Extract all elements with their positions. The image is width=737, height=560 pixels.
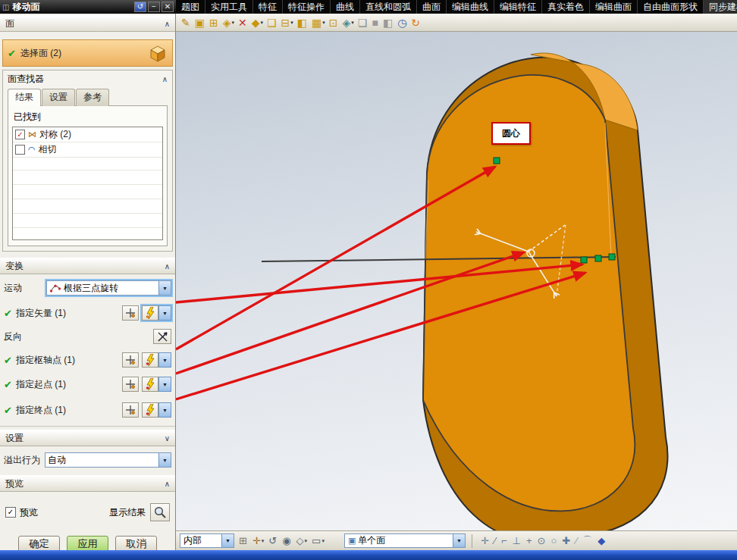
menu-item[interactable]: 特征操作 bbox=[283, 0, 331, 14]
toolbar-icon[interactable]: ❏ bbox=[265, 15, 279, 30]
snap-point-icon[interactable]: ◆ bbox=[595, 535, 608, 546]
dialog-titlebar[interactable]: ◫ 移动面 ↺ − ✕ bbox=[0, 0, 176, 14]
dropdown-caret-icon[interactable]: ▼ bbox=[221, 534, 234, 547]
specify-end-row: ✔ 指定终点 (1) ▼ bbox=[0, 400, 175, 420]
section-header-settings[interactable]: 设置 ∨ bbox=[0, 430, 175, 446]
vector-constructor-button[interactable] bbox=[122, 305, 139, 321]
inferred-pivot-button[interactable] bbox=[142, 352, 158, 368]
collapse-icon[interactable]: ∨ bbox=[165, 434, 170, 443]
viewport-3d[interactable]: 圆心 bbox=[176, 32, 737, 550]
dropdown-caret-icon[interactable]: ▼ bbox=[158, 453, 171, 467]
selection-option-icon[interactable]: ↺ bbox=[266, 535, 280, 546]
selection-option-icon[interactable]: ⊞ bbox=[237, 535, 250, 546]
snap-point-icon[interactable]: ⌐ bbox=[499, 535, 510, 546]
end-point-constructor-button[interactable] bbox=[122, 402, 139, 418]
menu-item[interactable]: 编辑特征 bbox=[494, 0, 542, 14]
section-header-face-finder[interactable]: 面查找器 ∧ bbox=[3, 70, 172, 86]
toolbar-icon[interactable]: ◆ ▾ bbox=[250, 15, 265, 30]
snap-point-icon[interactable]: + bbox=[524, 535, 535, 546]
inferred-vector-button[interactable] bbox=[142, 305, 158, 321]
select-face-label: 选择面 (2) bbox=[20, 47, 61, 60]
snap-point-icon[interactable]: ⌒ bbox=[580, 534, 595, 548]
select-face-row[interactable]: ✔ 选择面 (2) bbox=[2, 39, 173, 67]
dropdown-caret-icon[interactable]: ▼ bbox=[453, 534, 465, 547]
result-checkbox[interactable]: ✓ bbox=[15, 130, 25, 139]
menu-item[interactable]: 编辑曲线 bbox=[447, 0, 494, 14]
dropdown-caret-icon[interactable]: ▼ bbox=[158, 281, 171, 295]
section-title: 预览 bbox=[5, 477, 24, 490]
finder-results-list[interactable]: ✓ ⋈ 对称 (2) ◠ 相切 bbox=[12, 127, 163, 240]
snap-point-icon[interactable]: ∕ bbox=[492, 535, 499, 546]
collapse-icon[interactable]: ∧ bbox=[165, 480, 170, 488]
selection-option-icon[interactable]: ▭ ▾ bbox=[309, 535, 327, 546]
motion-dropdown[interactable]: 根据三点旋转 ▼ bbox=[46, 280, 171, 296]
model-canvas[interactable] bbox=[176, 32, 737, 550]
collapse-icon[interactable]: ∧ bbox=[165, 20, 170, 28]
menu-item[interactable]: 编辑曲面 bbox=[590, 0, 638, 14]
toolbar-icon[interactable]: ❏ bbox=[356, 15, 370, 30]
snap-point-icon[interactable]: ✚ bbox=[560, 535, 573, 546]
dialog-minimize-button[interactable]: − bbox=[148, 2, 160, 12]
finder-tab[interactable]: 设置 bbox=[42, 89, 75, 106]
menu-item[interactable]: 直线和圆弧 bbox=[360, 0, 417, 14]
menu-item[interactable]: 实用工具 bbox=[205, 0, 253, 14]
selection-filter-dropdown[interactable]: ▣ 单个面 ▼ bbox=[344, 533, 466, 548]
toolbar-icon[interactable]: ■ bbox=[370, 15, 380, 30]
toolbar-icon[interactable]: ◈ ▾ bbox=[341, 15, 356, 30]
menu-item[interactable]: 真实着色 bbox=[542, 0, 590, 14]
section-header-face[interactable]: 面 ∧ bbox=[0, 15, 175, 32]
reverse-direction-button[interactable] bbox=[153, 329, 171, 344]
toolbar-icon[interactable]: ⊟ ▾ bbox=[280, 15, 295, 30]
toolbar-icon[interactable]: ⊡ bbox=[328, 15, 340, 30]
dialog-reset-button[interactable]: ↺ bbox=[134, 2, 146, 12]
dropdown-caret-icon[interactable]: ▼ bbox=[158, 352, 171, 368]
finder-tab[interactable]: 参考 bbox=[76, 89, 109, 106]
selection-option-icon[interactable]: ◇ ▾ bbox=[294, 535, 310, 546]
snap-point-icon[interactable]: ⊥ bbox=[510, 535, 524, 546]
toolbar-icon[interactable]: ↻ bbox=[409, 15, 422, 30]
toolbar-icon[interactable]: ◧ bbox=[296, 15, 309, 30]
finder-result-row[interactable]: ✓ ⋈ 对称 (2) bbox=[13, 127, 162, 142]
selection-scope-dropdown[interactable]: 内部 ▼ bbox=[180, 533, 234, 548]
toolbar-icon[interactable]: ▣ bbox=[193, 15, 207, 30]
result-checkbox[interactable] bbox=[15, 145, 25, 155]
snap-point-icon[interactable]: ✛ bbox=[478, 535, 492, 546]
toolbar-icon[interactable]: ◈ ▾ bbox=[221, 15, 236, 30]
inferred-start-button[interactable] bbox=[142, 377, 158, 392]
snap-point-icon[interactable]: ∕ bbox=[573, 535, 580, 546]
pivot-point-constructor-button[interactable] bbox=[122, 352, 139, 368]
menu-item[interactable]: 特征 bbox=[253, 0, 283, 14]
menu-item[interactable]: 曲线 bbox=[331, 0, 360, 14]
toolbar-icon[interactable]: ⊞ bbox=[208, 15, 221, 30]
toolbar-icon[interactable]: ◷ bbox=[396, 15, 409, 30]
dialog-close-button[interactable]: ✕ bbox=[162, 2, 174, 12]
model-solid[interactable] bbox=[423, 53, 668, 541]
show-result-button[interactable] bbox=[150, 503, 170, 521]
finder-tab[interactable]: 结果 bbox=[8, 89, 41, 106]
section-header-transform[interactable]: 变换 ∧ bbox=[0, 258, 175, 274]
menu-item[interactable]: 自由曲面形状 bbox=[638, 0, 704, 14]
finder-result-row[interactable]: ◠ 相切 bbox=[13, 142, 162, 158]
collapse-icon[interactable]: ∧ bbox=[165, 262, 170, 271]
snap-point-icon[interactable]: ○ bbox=[548, 535, 560, 546]
menu-item[interactable]: 曲面 bbox=[417, 0, 447, 14]
taskbar[interactable] bbox=[0, 550, 737, 560]
toolbar-icon[interactable]: ▦ ▾ bbox=[310, 15, 327, 30]
snap-point-icon[interactable]: ⊙ bbox=[535, 535, 549, 546]
inferred-end-button[interactable] bbox=[142, 402, 158, 418]
overflow-behavior-dropdown[interactable]: 自动 ▼ bbox=[45, 452, 171, 468]
dropdown-caret-icon[interactable]: ▼ bbox=[158, 305, 171, 321]
menu-item[interactable]: 同步建模 bbox=[704, 0, 737, 14]
toolbar-icon[interactable]: ✎ bbox=[180, 15, 193, 30]
selection-option-icon[interactable]: ◉ bbox=[280, 535, 293, 546]
section-header-preview[interactable]: 预览 ∧ bbox=[0, 475, 175, 492]
dropdown-caret-icon[interactable]: ▼ bbox=[158, 377, 171, 392]
toolbar-icon[interactable]: ✕ bbox=[237, 15, 249, 30]
menu-item[interactable]: 题图 bbox=[176, 0, 205, 14]
dropdown-caret-icon[interactable]: ▼ bbox=[158, 402, 171, 418]
collapse-icon[interactable]: ∧ bbox=[162, 75, 168, 83]
selection-option-icon[interactable]: ✛ ▾ bbox=[250, 535, 266, 546]
start-point-constructor-button[interactable] bbox=[122, 377, 139, 392]
preview-checkbox[interactable]: ✓ bbox=[5, 507, 16, 518]
toolbar-icon[interactable]: ◧ bbox=[381, 15, 395, 30]
